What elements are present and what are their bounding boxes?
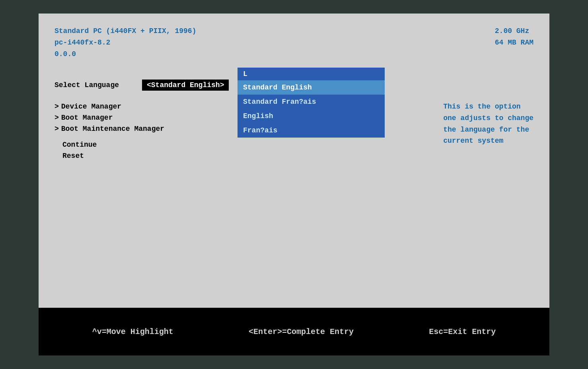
action-items: Continue Reset [55, 141, 238, 160]
help-line-4: current system [443, 135, 533, 147]
dropdown-option-standard-english[interactable]: Standard English [238, 80, 385, 95]
version: 0.0.0 [55, 49, 196, 60]
help-line-1: This is the option [443, 101, 533, 113]
header-right: 2.00 GHz 64 MB RAM [495, 25, 533, 60]
menu-item-label: Boot Maintenance Manager [61, 125, 164, 133]
help-line-3: the language for the [443, 124, 533, 136]
help-line-2: one adjusts to change [443, 113, 533, 124]
menu-item-boot-manager[interactable]: > Boot Manager [55, 114, 238, 122]
cpu-speed: 2.00 GHz [495, 25, 533, 37]
select-language-label: Select Language [55, 81, 134, 89]
bios-screen: Standard PC (i440FX + PIIX, 1996) pc-i44… [39, 14, 549, 355]
menu-item-label: Device Manager [61, 103, 121, 111]
exit-entry-hint: Esc=Exit Entry [429, 327, 496, 336]
select-language-row: Select Language <Standard English> [55, 80, 238, 91]
arrow-icon: > [55, 114, 59, 122]
header-info: Standard PC (i440FX + PIIX, 1996) pc-i44… [55, 25, 533, 60]
menu-item-device-manager[interactable]: > Device Manager [55, 103, 238, 111]
dropdown-header: L [238, 68, 385, 80]
menu-item-boot-maintenance[interactable]: > Boot Maintenance Manager [55, 125, 238, 133]
menu-item-label: Boot Manager [61, 114, 113, 122]
status-bar: ^v=Move Highlight <Enter>=Complete Entry… [39, 308, 549, 355]
dropdown-option-standard-francais[interactable]: Standard Fran?ais [238, 95, 385, 109]
language-select-button[interactable]: <Standard English> [142, 80, 229, 91]
ram: 64 MB RAM [495, 37, 533, 49]
machine-model: pc-i440fx-8.2 [55, 37, 196, 49]
move-highlight-hint: ^v=Move Highlight [92, 327, 173, 336]
help-text: This is the option one adjusts to change… [443, 101, 533, 147]
dropdown-option-francais[interactable]: Fran?ais [238, 123, 385, 138]
complete-entry-hint: <Enter>=Complete Entry [249, 327, 354, 336]
dropdown-option-english[interactable]: English [238, 109, 385, 123]
arrow-icon: > [55, 103, 59, 111]
reset-button[interactable]: Reset [55, 152, 238, 160]
language-dropdown: L Standard English Standard Fran?ais Eng… [238, 68, 385, 138]
main-area: Standard PC (i440FX + PIIX, 1996) pc-i44… [39, 14, 549, 308]
continue-button[interactable]: Continue [55, 141, 238, 149]
machine-name: Standard PC (i440FX + PIIX, 1996) [55, 25, 196, 37]
left-menu: Select Language <Standard English> > Dev… [55, 80, 238, 163]
arrow-icon: > [55, 125, 59, 133]
header-left: Standard PC (i440FX + PIIX, 1996) pc-i44… [55, 25, 196, 60]
